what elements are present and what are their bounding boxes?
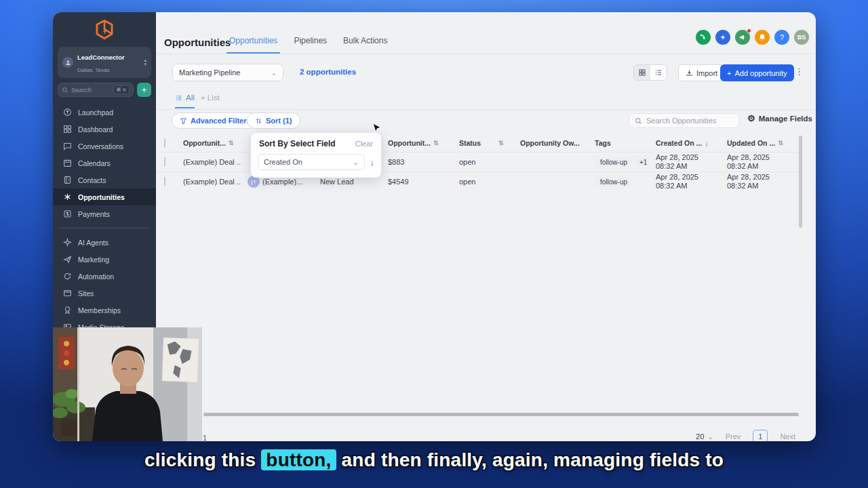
- current-page[interactable]: 1: [753, 430, 768, 441]
- prev-page-button[interactable]: Prev: [726, 432, 741, 441]
- sort-button[interactable]: Sort (1): [247, 113, 300, 129]
- grid-view-button[interactable]: [634, 65, 650, 80]
- quick-add-button[interactable]: +: [137, 83, 151, 97]
- phone-icon: [699, 33, 707, 41]
- column-header-status[interactable]: Status: [459, 139, 481, 147]
- notifications-button[interactable]: [755, 30, 770, 45]
- view-toggle: [633, 64, 667, 81]
- caption-text-after: and then finally, again, managing fields…: [336, 449, 724, 470]
- phone-button[interactable]: [696, 30, 711, 45]
- add-list-tab[interactable]: + List: [201, 94, 220, 102]
- tab-pipelines[interactable]: Pipelines: [294, 36, 327, 54]
- sidebar-item-sites[interactable]: Sites: [53, 285, 156, 302]
- row-checkbox[interactable]: [164, 157, 165, 167]
- announcements-button[interactable]: [735, 30, 750, 45]
- grid-view-icon: [638, 68, 646, 77]
- stage: New Lead: [313, 178, 381, 186]
- created-date: Apr 28, 2025: [656, 153, 698, 162]
- brand-logo: [53, 12, 156, 41]
- account-switcher[interactable]: LeadConnector Dallas, Texas ▴ ▾: [58, 47, 151, 78]
- sort-field-value: Created On: [264, 158, 302, 166]
- tag-badge: follow-up: [595, 177, 633, 187]
- automation-refresh-icon: [63, 272, 72, 281]
- smartlist-tabs: All + List: [156, 91, 816, 110]
- more-options-button[interactable]: ⋮: [795, 66, 804, 77]
- apps-button[interactable]: [715, 30, 730, 45]
- notification-dot: [747, 28, 751, 33]
- advanced-filters-button[interactable]: Advanced Filters: [172, 113, 259, 129]
- list-view-button[interactable]: [650, 65, 667, 80]
- search-opportunities-input[interactable]: [646, 117, 728, 125]
- sidebar-search-input[interactable]: [71, 86, 111, 94]
- manage-fields-button[interactable]: ⚙ Manage Fields: [747, 113, 812, 123]
- calendar-icon: [63, 159, 72, 167]
- paper-plane-icon: [63, 255, 72, 264]
- select-all-checkbox[interactable]: [164, 138, 165, 148]
- row-checkbox[interactable]: [164, 177, 165, 186]
- chevron-down-icon: ⌄: [271, 69, 277, 77]
- tab-bulk-actions[interactable]: Bulk Actions: [343, 36, 387, 54]
- sort-updown-icon[interactable]: ⇅: [498, 140, 504, 146]
- vertical-scrollbar[interactable]: [799, 136, 802, 228]
- sort-arrows-icon: [255, 117, 262, 125]
- list-icon: [175, 94, 182, 102]
- pipeline-selector[interactable]: Marketing Pipeline ⌄: [172, 64, 283, 81]
- sidebar-item-calendars[interactable]: Calendars: [53, 155, 156, 171]
- app-window: LeadConnector Dallas, Texas ▴ ▾ ⌘ K + La…: [53, 12, 816, 441]
- smartlist-tab-all[interactable]: All: [175, 94, 195, 108]
- column-header-name[interactable]: Opportunit...: [183, 139, 226, 147]
- sort-updown-icon[interactable]: ⇅: [778, 140, 783, 146]
- sort-updown-icon[interactable]: ⇅: [229, 140, 234, 146]
- search-opportunities[interactable]: [629, 113, 739, 128]
- page-size-select[interactable]: 20 ⌄: [696, 432, 713, 441]
- sort-direction-button[interactable]: ↓: [370, 157, 375, 167]
- sidebar-item-memberships[interactable]: Memberships: [53, 302, 156, 319]
- add-opportunity-button[interactable]: + Add opportunity: [720, 64, 794, 81]
- sidebar-item-marketing[interactable]: Marketing: [53, 251, 156, 268]
- sort-updown-icon[interactable]: ⇅: [433, 140, 439, 146]
- created-time: 08:32 AM: [656, 182, 698, 190]
- opportunity-name[interactable]: (Example) Deal ...: [176, 178, 241, 186]
- sidebar-item-dashboard[interactable]: Dashboard: [53, 121, 156, 138]
- column-header-updated[interactable]: Updated On ...: [727, 139, 775, 147]
- sidebar-item-launchpad[interactable]: Launchpad: [53, 104, 156, 121]
- account-avatar-icon: [62, 57, 73, 68]
- plus-icon: +: [727, 69, 731, 77]
- sidebar-item-contacts[interactable]: Contacts: [53, 171, 156, 188]
- caption-highlight: button,: [261, 449, 336, 470]
- next-page-button[interactable]: Next: [780, 432, 795, 441]
- bell-icon: [758, 33, 766, 41]
- sidebar-item-ai-agents[interactable]: AI Agents: [53, 234, 156, 251]
- column-header-created[interactable]: Created On ...: [656, 139, 702, 147]
- updated-time: 08:32 AM: [727, 182, 770, 190]
- sort-clear-button[interactable]: Clear: [355, 140, 373, 148]
- sort-field-select[interactable]: Created On ⌄: [258, 154, 365, 170]
- avatar-initials: BS: [797, 34, 806, 41]
- mouse-cursor: [372, 123, 382, 135]
- sidebar-item-payments[interactable]: Payments: [53, 205, 156, 222]
- medal-icon: [63, 306, 72, 314]
- sidebar-item-automation[interactable]: Automation: [53, 268, 156, 285]
- column-header-tags[interactable]: Tags: [595, 139, 611, 147]
- payments-icon: [63, 209, 72, 218]
- sort-down-icon[interactable]: ↓: [705, 139, 709, 147]
- sidebar-item-opportunities[interactable]: Opportunities: [53, 188, 156, 205]
- dashboard-icon: [63, 125, 72, 134]
- sidebar-menu: Launchpad Dashboard Conversations Calend…: [53, 104, 156, 336]
- presenter-video: [53, 327, 202, 441]
- sidebar-item-conversations[interactable]: Conversations: [53, 138, 156, 155]
- user-avatar[interactable]: BS: [794, 30, 809, 45]
- opportunity-name[interactable]: (Example) Deal ...: [176, 158, 241, 166]
- column-header-value[interactable]: Opportunit...: [388, 139, 431, 147]
- funnel-icon: [180, 117, 187, 125]
- sidebar-search[interactable]: ⌘ K: [58, 83, 134, 97]
- chat-bubble-icon: [63, 142, 72, 150]
- created-date: Apr 28, 2025: [656, 173, 698, 182]
- megaphone-icon: [738, 33, 747, 41]
- help-button[interactable]: ?: [774, 30, 789, 45]
- column-header-owner[interactable]: Opportunity Ow...: [520, 139, 580, 147]
- tab-opportunities[interactable]: Opportunities: [229, 36, 277, 54]
- horizontal-scrollbar[interactable]: [203, 413, 799, 416]
- import-button[interactable]: Import: [678, 64, 725, 81]
- pagination-bar: 1 20 ⌄ Prev 1 Next: [156, 422, 816, 441]
